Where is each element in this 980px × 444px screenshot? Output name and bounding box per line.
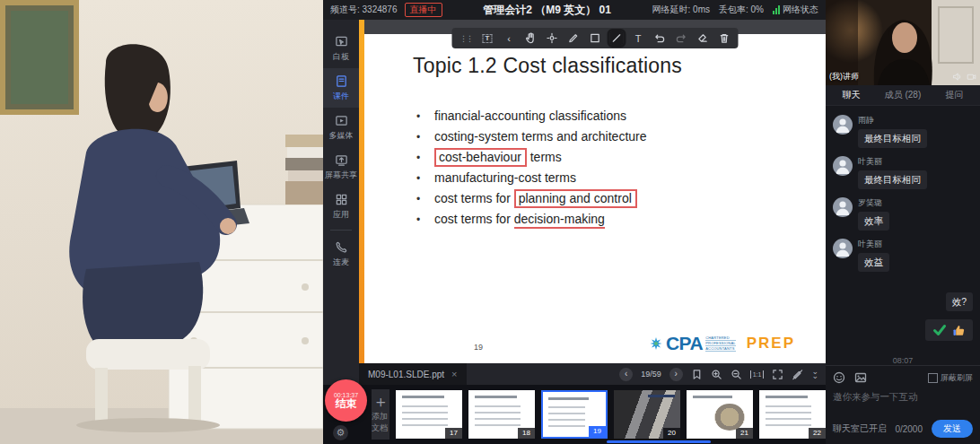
chat-message-list[interactable]: 雨静最终目标相同 叶美丽最终目标相同 罗笑璐效率 叶美丽效益 效? 08:07 … [826, 106, 980, 365]
next-page-button[interactable]: › [669, 368, 683, 381]
chat-input-area: 屏蔽刷屏 邀你来参与一下互动 聊天室已开启 0/2000 发送 [826, 365, 980, 444]
bookmark-icon[interactable] [691, 369, 703, 380]
bullet-item: •financial-accounting classifications [416, 109, 647, 123]
emoji-icon[interactable] [833, 371, 845, 384]
rectangle-tool-icon[interactable] [589, 31, 602, 45]
chat-input-placeholder[interactable]: 邀你来参与一下互动 [833, 391, 973, 404]
zoom-in-icon[interactable] [711, 369, 722, 380]
tab-members[interactable]: 成员 (28) [877, 85, 928, 105]
sidebar-item-courseware[interactable]: 课件 [323, 68, 359, 108]
classroom-main-panel: 频道号: 3324876 直播中 管理会计2 （M9 英文） 01 网络延时: … [323, 0, 826, 444]
add-document-button[interactable]: ＋ 添加文档 [372, 389, 389, 440]
plus-icon: ＋ [372, 395, 389, 409]
packet-loss: 丢包率: 0% [719, 4, 764, 16]
multimedia-icon [335, 114, 348, 127]
laser-pointer-icon[interactable] [546, 31, 559, 45]
network-stats: 网络延时: 0ms 丢包率: 0% 网络状态 [652, 4, 818, 16]
sidebar-item-whiteboard[interactable]: 白板 [323, 29, 359, 68]
channel-number: 频道号: 3324876 [330, 4, 398, 16]
message-text: 最终目标相同 [858, 129, 927, 148]
camera-icon[interactable] [967, 72, 976, 82]
pen-tool-icon[interactable] [567, 31, 581, 45]
courseware-icon [335, 74, 348, 88]
undo-icon[interactable] [653, 31, 667, 45]
sender-name: 叶美丽 [858, 156, 882, 168]
fullscreen-icon[interactable] [772, 369, 783, 380]
teacher-name-label: (我)讲师 [829, 71, 859, 83]
settings-gear-button[interactable]: ⚙ [333, 425, 348, 440]
annotation-toggle-icon[interactable] [792, 369, 803, 380]
collapse-panel-icon[interactable]: ⌄⌄ [811, 370, 818, 379]
top-status-bar: 频道号: 3324876 直播中 管理会计2 （M9 英文） 01 网络延时: … [323, 0, 826, 20]
annotation-toolbar: ⋮⋮ T ‹ T [452, 28, 739, 48]
redo-icon[interactable] [675, 31, 688, 45]
textbox-tool-icon[interactable]: T [481, 31, 494, 45]
slide-thumbnail-22[interactable]: 22 [759, 390, 826, 439]
slide-logos: CPA CHARTEREDPROFESSIONALACCOUNTANTS PRE… [649, 333, 795, 354]
live-badge: 直播中 [405, 3, 442, 17]
reaction-bubble [925, 319, 973, 341]
slide-thumbnail-17[interactable]: 17 [396, 390, 462, 439]
slide-thumbnail-21[interactable]: 21 [687, 390, 753, 439]
thumbnail-strip: ＋ 添加文档 17 18 19 20 21 22 [323, 385, 826, 444]
tab-chat[interactable]: 聊天 [826, 85, 877, 105]
tool-sidebar: 白板 课件 多媒体 屏幕共享 应用 连麦 [323, 20, 359, 363]
tab-questions[interactable]: 提问 [929, 85, 980, 105]
sidebar-item-call[interactable]: 连麦 [323, 234, 359, 274]
slide-thumbnail-18[interactable]: 18 [468, 390, 535, 439]
trash-icon[interactable] [718, 31, 731, 45]
presentation-slide: Topic 1.2 Cost classifications •financia… [364, 34, 826, 363]
student-scene-illustration [0, 0, 323, 444]
slide-thumbnail-19[interactable]: 19 [541, 390, 608, 439]
bullet-item: •cost terms for decision-making [416, 213, 647, 229]
sidebar-item-screenshare[interactable]: 屏幕共享 [323, 147, 359, 187]
course-title: 管理会计2 （M9 英文） 01 [442, 3, 652, 18]
bullet-item: •costing-system terms and architecture [416, 130, 647, 144]
message-text: 最终目标相同 [858, 170, 927, 189]
whiteboard-icon [335, 35, 348, 48]
teacher-webcam-video: (我)讲师 [826, 0, 980, 85]
chat-message: 叶美丽最终目标相同 [833, 156, 973, 189]
end-class-button[interactable]: 00:13:37 结束 [325, 379, 367, 422]
red-annotation-box: cost-behaviour [434, 148, 527, 167]
avatar [833, 239, 853, 258]
document-tab[interactable]: M09-L01.SLDE.ppt × [359, 363, 467, 385]
student-webcam-video [0, 0, 323, 444]
cpa-leaf-icon [649, 336, 663, 351]
toolbar-drag-handle[interactable]: ⋮⋮ [459, 31, 473, 45]
actual-size-icon[interactable]: 1:1 [750, 370, 765, 379]
image-icon[interactable] [854, 371, 867, 384]
chat-panel: (我)讲师 聊天 成员 (28) 提问 雨静最终目标相同 叶美丽最终目标相同 罗… [826, 0, 980, 444]
screenshare-icon [335, 153, 348, 167]
chat-message: 雨静最终目标相同 [833, 115, 973, 148]
hand-tool-icon[interactable] [524, 31, 538, 45]
thumbnail-scrollbar[interactable] [607, 440, 711, 443]
line-tool-icon[interactable] [610, 31, 624, 45]
network-latency: 网络延时: 0ms [652, 4, 710, 16]
cpa-logo: CPA CHARTEREDPROFESSIONALACCOUNTANTS [649, 333, 736, 354]
prep-logo: PREP [747, 335, 795, 353]
sidebar-item-apps[interactable]: 应用 [323, 187, 359, 226]
slide-thumbnail-20[interactable]: 20 [614, 390, 680, 439]
red-annotation-underline: decision-making [514, 213, 605, 229]
send-button[interactable]: 发送 [932, 420, 973, 438]
block-spam-checkbox[interactable] [928, 373, 938, 383]
message-text: 效率 [858, 212, 889, 231]
chat-message-own: 效? [833, 292, 973, 311]
collapse-toolbar-icon[interactable]: ‹ [503, 31, 516, 45]
text-tool-icon[interactable]: T [632, 31, 645, 45]
message-text: 效? [946, 292, 973, 311]
eraser-icon[interactable] [696, 31, 710, 45]
avatar [833, 197, 853, 217]
chat-message: 罗笑璐效率 [833, 197, 973, 231]
close-icon[interactable]: × [451, 369, 457, 379]
class-timer: 00:13:37 [334, 392, 358, 398]
slide-title: Topic 1.2 Cost classifications [413, 54, 682, 78]
zoom-out-icon[interactable] [731, 369, 742, 380]
bullet-item: •manufacturing-cost terms [416, 171, 647, 185]
volume-icon[interactable] [952, 72, 962, 82]
sidebar-item-multimedia[interactable]: 多媒体 [323, 108, 359, 147]
sender-name: 叶美丽 [858, 239, 882, 250]
message-text: 效益 [858, 253, 889, 272]
prev-page-button[interactable]: ‹ [619, 368, 633, 381]
